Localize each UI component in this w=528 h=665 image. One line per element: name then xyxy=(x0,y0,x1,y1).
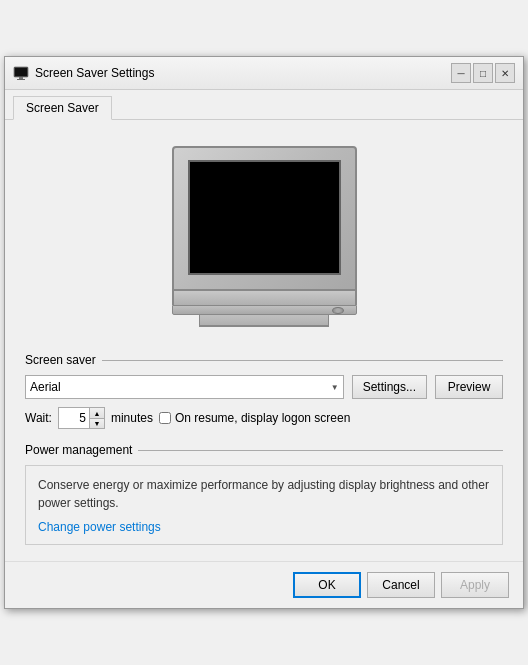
monitor-stand-top xyxy=(172,291,357,305)
power-description: Conserve energy or maximize performance … xyxy=(38,476,490,512)
resume-checkbox-label[interactable]: On resume, display logon screen xyxy=(159,411,350,425)
minutes-label: minutes xyxy=(111,411,153,425)
title-bar: Screen Saver Settings ─ □ ✕ xyxy=(5,57,523,90)
screen-saver-section-label: Screen saver xyxy=(25,353,503,367)
dialog-icon xyxy=(13,65,29,81)
settings-button[interactable]: Settings... xyxy=(352,375,427,399)
change-power-settings-link[interactable]: Change power settings xyxy=(38,520,161,534)
maximize-button[interactable]: □ xyxy=(473,63,493,83)
tab-bar: Screen Saver xyxy=(5,90,523,120)
screen-saver-settings-dialog: Screen Saver Settings ─ □ ✕ Screen Saver xyxy=(4,56,524,609)
dialog-footer: OK Cancel Apply xyxy=(5,561,523,608)
screensaver-dropdown[interactable]: Aerial ▼ xyxy=(25,375,344,399)
close-button[interactable]: ✕ xyxy=(495,63,515,83)
apply-button[interactable]: Apply xyxy=(441,572,509,598)
spinner-up-button[interactable]: ▲ xyxy=(90,408,104,418)
monitor-body xyxy=(172,146,357,291)
wait-spinner[interactable]: ▲ ▼ xyxy=(58,407,105,429)
title-bar-left: Screen Saver Settings xyxy=(13,65,154,81)
svg-rect-3 xyxy=(17,79,25,80)
svg-rect-2 xyxy=(19,77,23,79)
resume-checkbox[interactable] xyxy=(159,412,171,424)
screensaver-dropdown-value: Aerial xyxy=(30,380,61,394)
tab-screen-saver[interactable]: Screen Saver xyxy=(13,96,112,120)
dialog-title: Screen Saver Settings xyxy=(35,66,154,80)
screen-saver-row: Aerial ▼ Settings... Preview xyxy=(25,375,503,399)
wait-label: Wait: xyxy=(25,411,52,425)
wait-row: Wait: ▲ ▼ minutes On resume, display log… xyxy=(25,407,503,429)
monitor-preview xyxy=(25,136,503,337)
power-management-section: Conserve energy or maximize performance … xyxy=(25,465,503,545)
title-buttons: ─ □ ✕ xyxy=(451,63,515,83)
spinner-down-button[interactable]: ▼ xyxy=(90,418,104,428)
spinner-buttons: ▲ ▼ xyxy=(89,408,104,428)
monitor-foot xyxy=(199,315,329,327)
monitor-power-button xyxy=(332,307,344,314)
power-section-label: Power management xyxy=(25,443,503,457)
monitor-screen xyxy=(188,160,341,275)
monitor-base-bar xyxy=(172,305,357,315)
dropdown-arrow-icon: ▼ xyxy=(331,383,339,392)
dialog-content: Screen saver Aerial ▼ Settings... Previe… xyxy=(5,120,523,561)
ok-button[interactable]: OK xyxy=(293,572,361,598)
preview-button[interactable]: Preview xyxy=(435,375,503,399)
cancel-button[interactable]: Cancel xyxy=(367,572,435,598)
svg-rect-1 xyxy=(15,68,27,76)
monitor-outer xyxy=(172,146,357,327)
wait-value-input[interactable] xyxy=(59,408,89,428)
minimize-button[interactable]: ─ xyxy=(451,63,471,83)
resume-label: On resume, display logon screen xyxy=(175,411,350,425)
